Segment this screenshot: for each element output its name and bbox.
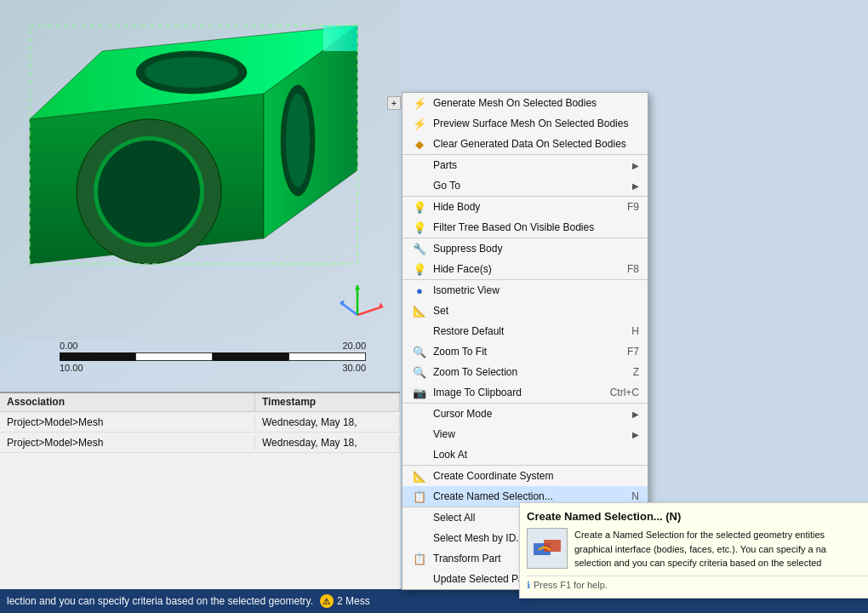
table-header: Association Timestamp xyxy=(0,393,400,412)
tooltip-footer-text: Press F1 for help. xyxy=(534,580,608,590)
look-at-label: Look At xyxy=(433,449,639,461)
bottom-panel: Association Timestamp Project>Model>Mesh… xyxy=(0,392,400,613)
tooltip-footer: ℹ Press F1 for help. xyxy=(527,576,868,591)
svg-point-9 xyxy=(145,57,238,88)
hide-body-label: Hide Body xyxy=(433,201,620,213)
tooltip-title: Create Named Selection... (N) xyxy=(527,510,868,523)
go-to-arrow: ▶ xyxy=(632,181,639,191)
scale-seg-4 xyxy=(288,352,366,361)
status-message-count: 2 Mess xyxy=(337,595,370,607)
clear-data-icon: ◆ xyxy=(411,137,428,151)
menu-item-suppress-body[interactable]: 🔧 Suppress Body xyxy=(403,238,648,259)
tooltip-line1: Create a Named Selection for the selecte… xyxy=(574,530,825,540)
svg-marker-4 xyxy=(323,26,357,51)
view-arrow: ▶ xyxy=(632,430,639,439)
row1-timestamp: Wednesday, May 18, xyxy=(255,415,400,430)
tooltip-text: Create a Named Selection for the selecte… xyxy=(574,528,826,570)
menu-item-generate-mesh[interactable]: + ⚡ Generate Mesh On Selected Bodies xyxy=(403,93,648,113)
tooltip-body: Create a Named Selection for the selecte… xyxy=(527,528,868,570)
preview-surface-label: Preview Surface Mesh On Selected Bodies xyxy=(433,117,639,129)
tooltip-popup: Create Named Selection... (N) Create a N… xyxy=(519,502,868,599)
menu-item-zoom-to-selection[interactable]: 🔍 Zoom To Selection Z xyxy=(403,362,648,382)
menu-item-view[interactable]: View ▶ xyxy=(403,424,648,444)
go-to-icon xyxy=(411,179,428,192)
zoom-to-fit-shortcut: F7 xyxy=(627,346,639,358)
parts-label: Parts xyxy=(433,159,629,171)
cursor-mode-label: Cursor Mode xyxy=(433,408,629,420)
go-to-label: Go To xyxy=(433,180,629,192)
image-to-clipboard-shortcut: Ctrl+C xyxy=(610,387,639,398)
scale-labels-top: 0.00 20.00 xyxy=(60,341,366,351)
menu-item-set[interactable]: 📐 Set xyxy=(403,301,648,321)
hide-faces-icon: 💡 xyxy=(411,262,428,276)
clear-data-label: Clear Generated Data On Selected Bodies xyxy=(433,138,639,150)
select-all-icon xyxy=(411,511,428,524)
create-coord-label: Create Coordinate System xyxy=(433,470,639,482)
generate-mesh-icon: ⚡ xyxy=(411,96,428,110)
tooltip-icon xyxy=(527,528,568,569)
create-coord-icon: 📐 xyxy=(411,469,428,483)
suppress-body-icon: 🔧 xyxy=(411,242,428,255)
menu-item-go-to[interactable]: Go To ▶ xyxy=(403,175,648,197)
tooltip-line2: graphical interface (bodies, faces, etc.… xyxy=(574,544,826,554)
filter-tree-label: Filter Tree Based On Visible Bodies xyxy=(433,221,639,233)
restore-default-shortcut: H xyxy=(631,325,639,337)
menu-plus-icon[interactable]: + xyxy=(387,96,401,110)
menu-item-parts[interactable]: Parts ▶ xyxy=(403,155,648,175)
restore-default-label: Restore Default xyxy=(433,325,625,337)
menu-item-hide-faces[interactable]: 💡 Hide Face(s) F8 xyxy=(403,259,648,280)
generate-mesh-label: Generate Mesh On Selected Bodies xyxy=(433,97,639,109)
parts-arrow: ▶ xyxy=(632,161,639,170)
tooltip-line3: selection and you can specify criteria b… xyxy=(574,558,821,568)
menu-item-zoom-to-fit[interactable]: 🔍 Zoom To Fit F7 xyxy=(403,341,648,362)
create-named-selection-shortcut: N xyxy=(631,490,639,502)
scale-seg-3 xyxy=(213,352,288,361)
scale-bar: 0.00 20.00 10.00 30.00 xyxy=(43,341,383,375)
update-selected-icon xyxy=(411,572,428,586)
create-named-selection-label: Create Named Selection... xyxy=(433,490,625,502)
isometric-view-icon: ● xyxy=(411,284,428,297)
svg-point-11 xyxy=(286,94,310,187)
menu-item-restore-default[interactable]: Restore Default H xyxy=(403,321,648,341)
menu-item-hide-body[interactable]: 💡 Hide Body F9 xyxy=(403,197,648,217)
menu-item-preview-surface-mesh[interactable]: ⚡ Preview Surface Mesh On Selected Bodie… xyxy=(403,113,648,134)
view-label: View xyxy=(433,428,629,440)
menu-item-create-coordinate-system[interactable]: 📐 Create Coordinate System xyxy=(403,466,648,486)
zoom-to-fit-label: Zoom To Fit xyxy=(433,346,620,358)
create-named-selection-icon: 📋 xyxy=(411,490,428,503)
parts-icon xyxy=(411,158,428,172)
scale-seg-2 xyxy=(135,352,213,361)
image-to-clipboard-icon: 📷 xyxy=(411,386,428,399)
menu-item-image-to-clipboard[interactable]: 📷 Image To Clipboard Ctrl+C xyxy=(403,382,648,404)
set-icon: 📐 xyxy=(411,304,428,318)
look-at-icon xyxy=(411,448,428,461)
select-mesh-icon xyxy=(411,531,428,545)
hide-body-icon: 💡 xyxy=(411,200,428,214)
scale-label-0: 0.00 xyxy=(60,341,77,351)
menu-item-isometric-view[interactable]: ● Isometric View xyxy=(403,280,648,301)
scale-label-30: 30.00 xyxy=(342,363,366,373)
hide-faces-label: Hide Face(s) xyxy=(433,263,620,275)
zoom-to-selection-icon: 🔍 xyxy=(411,365,428,379)
col-association: Association xyxy=(0,393,255,411)
scale-bar-visual xyxy=(60,352,366,361)
hide-faces-shortcut: F8 xyxy=(627,263,639,275)
preview-surface-icon: ⚡ xyxy=(411,117,428,130)
menu-item-look-at[interactable]: Look At xyxy=(403,444,648,466)
row1-association: Project>Model>Mesh xyxy=(0,415,255,430)
zoom-to-selection-shortcut: Z xyxy=(633,366,639,378)
cursor-mode-icon xyxy=(411,407,428,421)
menu-item-filter-tree[interactable]: 💡 Filter Tree Based On Visible Bodies xyxy=(403,217,648,238)
table-row: Project>Model>Mesh Wednesday, May 18, xyxy=(0,412,400,433)
image-to-clipboard-label: Image To Clipboard xyxy=(433,387,603,398)
menu-item-clear-data[interactable]: ◆ Clear Generated Data On Selected Bodie… xyxy=(403,134,648,155)
scale-label-20: 20.00 xyxy=(342,341,366,351)
filter-tree-icon: 💡 xyxy=(411,221,428,234)
cursor-mode-arrow: ▶ xyxy=(632,410,639,419)
scale-seg-1 xyxy=(60,352,135,361)
zoom-to-fit-icon: 🔍 xyxy=(411,345,428,358)
menu-item-cursor-mode[interactable]: Cursor Mode ▶ xyxy=(403,404,648,424)
viewport xyxy=(0,0,400,392)
set-label: Set xyxy=(433,305,639,317)
transform-part-icon: 📋 xyxy=(411,552,428,565)
